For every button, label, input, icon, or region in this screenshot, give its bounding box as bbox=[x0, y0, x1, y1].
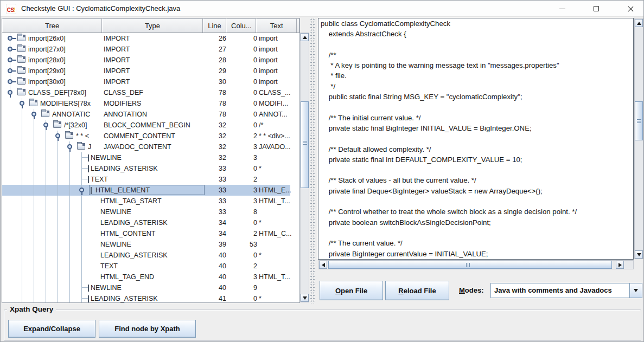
tree-guide-line bbox=[34, 207, 34, 217]
combo-dropdown-button[interactable] bbox=[629, 283, 642, 298]
tree-node-label: import[29x0] bbox=[28, 67, 66, 75]
tree-row-html_tag_start[interactable]: HTML_TAG_START333HTML_T... bbox=[2, 196, 290, 207]
column-header-line[interactable]: Line bbox=[203, 18, 227, 33]
minimize-button[interactable] bbox=[550, 1, 575, 17]
tree-row-modifiers[interactable]: MODIFIERS[78xMODIFIERS780MODIFI... bbox=[2, 98, 290, 109]
code-line bbox=[321, 166, 577, 176]
column-number-cell: 3 bbox=[228, 154, 257, 162]
tree-row-text[interactable]: TEXT332 bbox=[2, 174, 290, 185]
node-type-cell: TEXT bbox=[91, 176, 108, 183]
tree-row-javadoc_content[interactable]: JJAVADOC_CONTENT323JAVADO... bbox=[2, 141, 290, 152]
tree-row-newline[interactable]: NEWLINE409 bbox=[2, 282, 290, 293]
text-cell: import bbox=[259, 56, 278, 64]
tree-guide-line bbox=[34, 250, 34, 261]
expand-handle-icon[interactable] bbox=[8, 57, 12, 62]
tree-node-label: MODIFIERS[78x bbox=[40, 100, 91, 107]
column-number-cell: 0 bbox=[228, 251, 257, 259]
reload-file-button[interactable]: Reload File bbox=[385, 281, 449, 300]
code-vertical-scrollbar[interactable] bbox=[634, 18, 643, 259]
node-type-cell: LEADING_ASTERISK bbox=[100, 219, 168, 227]
handle-stem bbox=[46, 127, 47, 130]
tree-table-vertical-scrollbar[interactable] bbox=[300, 33, 309, 302]
tree-row-import[interactable]: import[28x0]IMPORT280import bbox=[2, 55, 290, 66]
tree-row-newline[interactable]: NEWLINE338 bbox=[2, 207, 290, 217]
tree-row-leading_asterisk[interactable]: LEADING_ASTERISK410* bbox=[2, 293, 290, 302]
column-header-colu[interactable]: Colu... bbox=[226, 18, 256, 33]
scroll-down-button[interactable] bbox=[635, 250, 643, 259]
code-horizontal-scrollbar[interactable] bbox=[318, 260, 634, 269]
tree-connector-dash bbox=[81, 287, 88, 288]
maximize-button[interactable] bbox=[584, 1, 609, 17]
tree-guide-line bbox=[58, 228, 58, 239]
modes-combobox[interactable]: Java with comments and Javadocs bbox=[490, 283, 642, 298]
column-header-text[interactable]: Text bbox=[256, 18, 297, 33]
tree-row-html_element[interactable]: HTML_ELEMENT333HTML_E... bbox=[2, 185, 290, 196]
scroll-up-button[interactable] bbox=[301, 33, 309, 41]
line-number-cell: 40 bbox=[205, 262, 226, 270]
code-line: /** The initial current value. */ bbox=[321, 114, 577, 124]
scroll-down-button[interactable] bbox=[301, 294, 309, 302]
tree-guide-line bbox=[58, 217, 58, 228]
scrollbar-thumb[interactable] bbox=[301, 101, 309, 188]
tree-row-import[interactable]: import[30x0]IMPORT300import bbox=[2, 76, 290, 87]
tree-guide-line bbox=[58, 196, 58, 207]
tree-guide-line bbox=[58, 174, 58, 185]
scrollbar-thumb[interactable] bbox=[635, 101, 643, 140]
expand-handle-icon[interactable] bbox=[8, 68, 12, 73]
column-number-cell: 0 bbox=[228, 67, 257, 75]
close-button[interactable] bbox=[618, 1, 643, 17]
tree-row-leading_asterisk[interactable]: LEADING_ASTERISK400* bbox=[2, 250, 290, 261]
text-cell: HTML_T... bbox=[259, 273, 290, 281]
tree-row-html_content[interactable]: HTML_CONTENT342HTML_C... bbox=[2, 228, 290, 239]
folder-icon bbox=[17, 89, 25, 95]
open-file-button[interactable]: Open File bbox=[320, 281, 383, 300]
expand-handle-icon[interactable] bbox=[8, 36, 12, 41]
code-line: */ bbox=[321, 82, 577, 93]
node-type-cell: NEWLINE bbox=[91, 154, 122, 162]
scrollbar-thumb[interactable] bbox=[328, 261, 612, 269]
scroll-up-button[interactable] bbox=[635, 19, 643, 27]
node-type-cell: HTML_CONTENT bbox=[100, 230, 155, 237]
source-code-panel[interactable]: public class CyclomaticComplexityCheck e… bbox=[318, 18, 634, 260]
tree-row-html_tag_end[interactable]: HTML_TAG_END403HTML_T... bbox=[2, 272, 290, 282]
text-cell: MODIFI... bbox=[259, 100, 288, 107]
tree-row-leading_asterisk[interactable]: LEADING_ASTERISK330* bbox=[2, 163, 290, 174]
tree-row-import[interactable]: import[29x0]IMPORT290import bbox=[2, 66, 290, 76]
tree-row-annotation[interactable]: ANNOTATICANNOTATION780ANNOT... bbox=[2, 109, 290, 120]
column-number-cell: 53 bbox=[228, 241, 257, 248]
tree-row-import[interactable]: import[27x0]IMPORT270import bbox=[2, 44, 290, 55]
tree-connector-dash bbox=[81, 179, 88, 179]
handle-stem bbox=[69, 149, 71, 152]
folder-icon bbox=[29, 100, 37, 106]
column-header-filler[interactable] bbox=[297, 18, 299, 33]
find-node-by-xpath-button[interactable]: Find node by Xpath bbox=[99, 320, 196, 338]
title-bar[interactable]: CS! Checkstyle GUI : CyclomaticComplexit… bbox=[1, 1, 643, 17]
tree-row-leading_asterisk[interactable]: LEADING_ASTERISK340* bbox=[2, 217, 290, 228]
line-number-cell: 32 bbox=[205, 121, 226, 129]
expand-collapse-button[interactable]: Expand/Collapse bbox=[8, 320, 95, 338]
split-pane-divider[interactable] bbox=[310, 18, 316, 304]
column-header-tree[interactable]: Tree bbox=[2, 18, 102, 33]
folder-icon bbox=[17, 78, 25, 85]
scroll-left-button[interactable] bbox=[319, 261, 327, 269]
expand-handle-icon[interactable] bbox=[8, 47, 12, 51]
tree-row-text[interactable]: TEXT402 bbox=[2, 261, 290, 272]
tree-guide-line bbox=[69, 250, 70, 261]
tree-row-import[interactable]: import[26x0]IMPORT260import bbox=[2, 33, 290, 44]
text-cell: import bbox=[259, 35, 278, 42]
tree-row-newline[interactable]: NEWLINE323 bbox=[2, 152, 290, 163]
expand-handle-icon[interactable] bbox=[8, 79, 12, 84]
tree-row-class_def[interactable]: CLASS_DEF[78x0]CLASS_DEF780CLASS_... bbox=[2, 87, 290, 98]
tree-guide-line bbox=[81, 196, 82, 207]
handle-stem bbox=[12, 70, 16, 72]
tree-guide-line bbox=[58, 141, 58, 152]
code-line: * A key is pointing to the warning messa… bbox=[321, 61, 577, 72]
modes-selected-value: Java with comments and Javadocs bbox=[494, 286, 612, 294]
tree-guide-line bbox=[58, 239, 58, 250]
tree-row-comment_content[interactable]: * * <COMMENT_CONTENT322* * <div>... bbox=[2, 131, 290, 141]
tree-guide-line bbox=[46, 217, 46, 228]
tree-row-newline[interactable]: NEWLINE3953 bbox=[2, 239, 290, 250]
tree-row-block_comment_begin[interactable]: /*[32x0]BLOCK_COMMENT_BEGIN320/* bbox=[2, 120, 290, 131]
scroll-right-button[interactable] bbox=[616, 261, 624, 269]
column-header-type[interactable]: Type bbox=[102, 18, 202, 33]
